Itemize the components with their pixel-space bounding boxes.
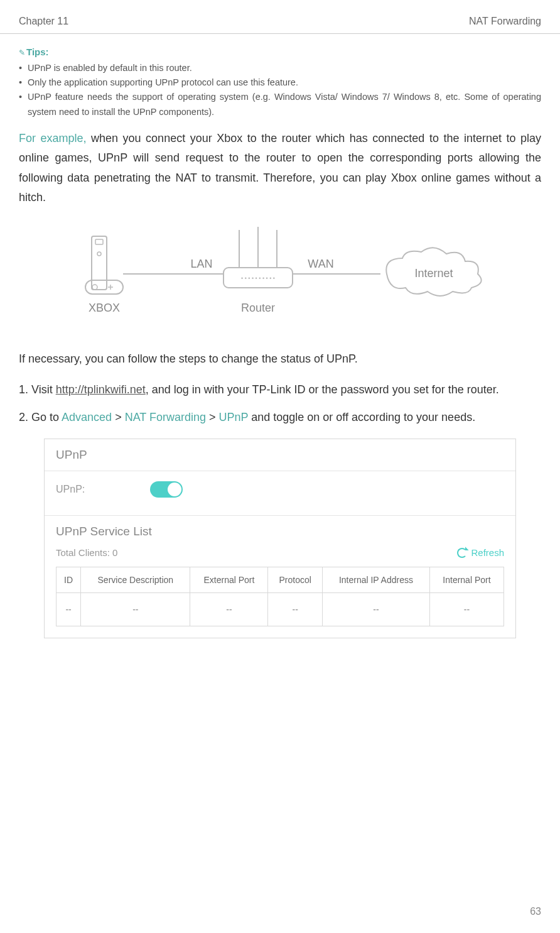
- total-clients: Total Clients: 0: [56, 547, 117, 558]
- refresh-icon: [457, 548, 467, 558]
- service-list-title: UPnP Service List: [45, 516, 515, 545]
- upnp-panel: UPnP UPnP: UPnP Service List Total Clien…: [44, 439, 516, 638]
- cell-empty: --: [81, 593, 190, 626]
- step-item: 1. Visit http://tplinkwifi.net, and log …: [19, 380, 541, 400]
- cell-empty: --: [268, 593, 323, 626]
- nav-nat-forwarding: NAT Forwarding: [125, 411, 206, 423]
- col-internal-port: Internal Port: [429, 567, 503, 593]
- separator: >: [112, 411, 125, 423]
- page-content: ✎Tips: UPnP is enabled by default in thi…: [0, 34, 560, 662]
- col-external-port: External Port: [190, 567, 268, 593]
- page-number: 63: [530, 906, 541, 917]
- tips-block: ✎Tips: UPnP is enabled by default in thi…: [19, 46, 541, 119]
- nav-upnp: UPnP: [219, 411, 249, 423]
- col-protocol: Protocol: [268, 567, 323, 593]
- svg-point-2: [97, 252, 101, 256]
- cell-empty: --: [190, 593, 268, 626]
- svg-point-4: [92, 285, 97, 290]
- service-stats-row: Total Clients: 0 Refresh: [45, 545, 515, 567]
- upnp-toggle-label: UPnP:: [56, 484, 150, 495]
- example-paragraph: For example, when you connect your Xbox …: [19, 129, 541, 208]
- step-text: Visit: [31, 383, 56, 396]
- cell-empty: --: [429, 593, 503, 626]
- step-text: Go to: [31, 411, 62, 423]
- step-number: 2.: [19, 411, 31, 423]
- steps-list: 1. Visit http://tplinkwifi.net, and log …: [19, 380, 541, 427]
- col-id: ID: [57, 567, 81, 593]
- step-text: , and log in with your TP-Link ID or the…: [146, 383, 499, 396]
- diagram-svg: XBOX LAN • • • • • • • • • • Router WAN …: [60, 224, 500, 330]
- step-number: 1.: [19, 383, 31, 396]
- cell-empty: --: [322, 593, 429, 626]
- chapter-label: Chapter 11: [19, 16, 68, 27]
- paperclip-icon: ✎: [19, 48, 25, 57]
- tips-item: UPnP is enabled by default in this route…: [19, 61, 541, 75]
- page-header: Chapter 11 NAT Forwarding: [0, 0, 560, 34]
- router-label: Router: [241, 302, 275, 314]
- panel-title: UPnP: [45, 439, 515, 471]
- svg-rect-1: [95, 239, 103, 244]
- refresh-button[interactable]: Refresh: [457, 547, 504, 558]
- tips-list: UPnP is enabled by default in this route…: [19, 61, 541, 119]
- lan-label: LAN: [190, 258, 212, 270]
- nav-advanced: Advanced: [62, 411, 112, 423]
- step-text: and toggle on or off according to your n…: [248, 411, 475, 423]
- tips-item: Only the application supporting UPnP pro…: [19, 75, 541, 90]
- col-service-description: Service Description: [81, 567, 190, 593]
- router-ports: • • • • • • • • • •: [241, 275, 275, 281]
- upnp-toggle-row: UPnP:: [45, 471, 515, 516]
- step-item: 2. Go to Advanced > NAT Forwarding > UPn…: [19, 408, 541, 428]
- col-internal-ip: Internal IP Address: [322, 567, 429, 593]
- tips-label: Tips:: [26, 46, 49, 57]
- upnp-toggle[interactable]: [150, 481, 183, 498]
- section-label: NAT Forwarding: [469, 16, 541, 27]
- example-lead: For example,: [19, 132, 87, 145]
- network-diagram: XBOX LAN • • • • • • • • • • Router WAN …: [19, 224, 541, 330]
- cell-empty: --: [57, 593, 81, 626]
- service-table: ID Service Description External Port Pro…: [56, 567, 504, 626]
- table-row: -- -- -- -- -- --: [57, 593, 504, 626]
- refresh-label: Refresh: [471, 547, 504, 558]
- tips-item: UPnP feature needs the support of operat…: [19, 90, 541, 119]
- wan-label: WAN: [308, 258, 333, 270]
- xbox-label: XBOX: [89, 302, 120, 314]
- router-url-link[interactable]: http://tplinkwifi.net: [56, 383, 146, 396]
- toggle-knob: [168, 483, 181, 496]
- steps-intro: If necessary, you can follow the steps t…: [19, 349, 541, 369]
- example-body: when you connect your Xbox to the router…: [19, 132, 541, 204]
- internet-label: Internet: [414, 267, 453, 280]
- separator: >: [206, 411, 219, 423]
- table-header-row: ID Service Description External Port Pro…: [57, 567, 504, 593]
